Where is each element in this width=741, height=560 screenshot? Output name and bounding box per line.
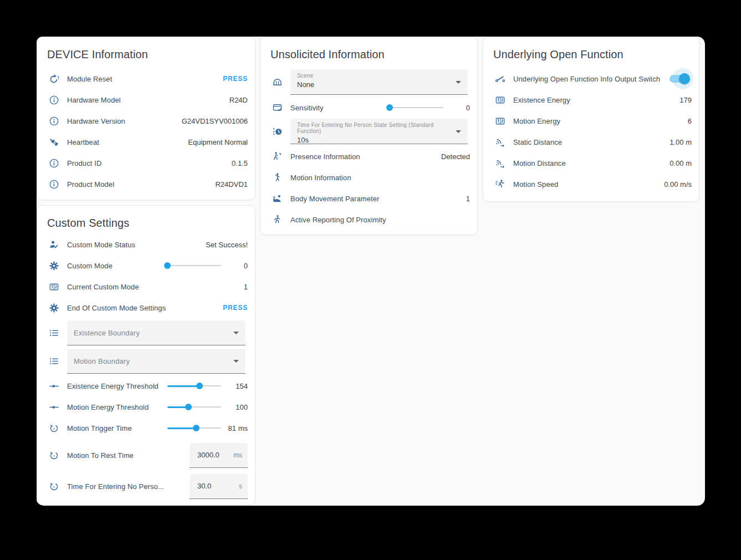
- motion-energy-threshold-row: Motion Energy Threshold 100: [37, 396, 255, 418]
- time-entering-no-person-field[interactable]: 30.0 s: [190, 474, 248, 499]
- row-label: Motion Distance: [513, 159, 670, 167]
- row-label: Product Model: [67, 180, 215, 189]
- row-label: Existence Energy: [513, 96, 679, 104]
- underlying-open-function-output-toggle[interactable]: [665, 68, 692, 90]
- person-check-icon: [47, 238, 60, 251]
- row-value: Equipment Normal: [188, 138, 248, 146]
- select-label: Existence Boundary: [74, 329, 140, 337]
- end-of-custom-mode-press-button[interactable]: PRESS: [223, 304, 248, 312]
- numeric-display-icon: [493, 94, 507, 106]
- unsolicited-information-card: Unsolicited Information Scene None Sensi…: [260, 37, 478, 235]
- row-label: Custom Mode Status: [67, 241, 206, 249]
- product-id-row: Product ID 0.1.5: [37, 152, 255, 174]
- existence-boundary-row: Existence Boundary: [37, 320, 255, 345]
- timer-icon: [47, 480, 60, 492]
- chevron-down-icon: [456, 81, 461, 84]
- presence-information-row: Presence Information Detected: [260, 146, 477, 167]
- row-value: 179: [679, 96, 692, 104]
- scene-row: Scene None: [260, 69, 477, 95]
- row-value: 100: [221, 403, 248, 411]
- dashboard-content: DEVICE Information Module Reset PRESS Ha…: [37, 37, 705, 506]
- gear-icon: [47, 302, 60, 314]
- motion-boundary-row: Motion Boundary: [37, 349, 255, 374]
- time-for-entering-select[interactable]: Time For Entering No Person State Settin…: [290, 119, 468, 144]
- row-value: Set Success!: [206, 241, 248, 249]
- restart-alert-icon: [47, 73, 60, 85]
- select-label: Time For Entering No Person State Settin…: [297, 122, 449, 134]
- row-label: Module Reset: [67, 75, 223, 83]
- motion-energy-threshold-slider[interactable]: [167, 403, 221, 411]
- row-label: Hardware Model: [67, 96, 229, 104]
- end-of-custom-mode-row: End Of Custom Mode Settings PRESS: [37, 297, 255, 318]
- module-reset-press-button[interactable]: PRESS: [223, 75, 248, 83]
- product-model-row: Product Model R24DVD1: [37, 174, 255, 195]
- select-label: Motion Boundary: [74, 357, 130, 365]
- row-value: 1: [466, 195, 470, 203]
- switch-lever-icon: [493, 73, 507, 85]
- select-value: 10s: [297, 136, 449, 144]
- current-custom-mode-row: Current Custom Mode 1: [37, 276, 255, 297]
- row-label: Hardware Version: [67, 117, 182, 125]
- numeric-display-icon: [47, 281, 60, 293]
- sensitivity-slider[interactable]: [390, 104, 443, 111]
- motion-boundary-select[interactable]: Motion Boundary: [67, 349, 246, 374]
- row-label: Motion Trigger Time: [67, 424, 167, 432]
- motion-information-row: Motion Information: [260, 167, 477, 188]
- row-label: Motion To Rest Time: [67, 451, 190, 460]
- slider-icon: [47, 380, 60, 392]
- custom-settings-card: Custom Settings Custom Mode Status Set S…: [37, 205, 255, 505]
- row-label: Motion Energy: [513, 117, 688, 125]
- list-icon: [47, 355, 60, 368]
- output-switch-row: Underlying Open Function Info Output Swi…: [483, 68, 699, 89]
- existence-boundary-select[interactable]: Existence Boundary: [67, 320, 246, 345]
- row-value: Detected: [441, 152, 470, 161]
- row-label: Motion Information: [290, 174, 470, 182]
- existence-energy-threshold-row: Existence Energy Threshold 154: [37, 375, 255, 396]
- row-label: Body Movement Parameter: [290, 195, 466, 203]
- module-reset-row: Module Reset PRESS: [37, 68, 255, 89]
- field-value: 3000.0: [197, 451, 233, 459]
- motion-trigger-time-slider[interactable]: [167, 424, 221, 432]
- select-label: Scene: [297, 73, 449, 79]
- row-label: Existence Energy Threshold: [67, 382, 167, 390]
- sensitivity-row: Sensitivity 0: [260, 97, 477, 118]
- running-speed-icon: [493, 178, 507, 190]
- heartbeat-row: Heartbeat Equipment Normal: [37, 131, 255, 152]
- info-icon: [47, 94, 60, 106]
- row-value: 0: [221, 262, 248, 270]
- board-check-icon: [270, 101, 284, 114]
- field-unit: ms: [233, 451, 242, 459]
- existence-energy-threshold-slider[interactable]: [167, 382, 221, 390]
- time-entering-no-person-row: Time For Entering No Perso... 30.0 s: [37, 472, 255, 500]
- time-for-entering-row: Time For Entering No Person State Settin…: [260, 119, 477, 144]
- numeric-display-icon: [493, 115, 507, 127]
- scene-select[interactable]: Scene None: [290, 69, 468, 95]
- motion-person-icon: [270, 171, 284, 184]
- body-movement-parameter-row: Body Movement Parameter 1: [260, 188, 477, 209]
- custom-mode-status-row: Custom Mode Status Set Success!: [37, 234, 255, 255]
- static-distance-row: Static Distance 1.00 m: [483, 131, 699, 152]
- row-label: Product ID: [67, 159, 232, 167]
- custom-mode-slider[interactable]: [167, 262, 221, 269]
- distance-wave-icon: [493, 157, 507, 169]
- row-value: 81 ms: [221, 424, 248, 432]
- motion-to-rest-time-field[interactable]: 3000.0 ms: [190, 443, 248, 468]
- row-value: 154: [221, 382, 248, 390]
- chevron-down-icon: [233, 360, 239, 363]
- row-value: 6: [688, 117, 692, 125]
- body-movement-icon: [270, 192, 284, 205]
- card-title: DEVICE Information: [37, 37, 255, 63]
- row-label: Sensitivity: [290, 104, 390, 112]
- device-information-card: DEVICE Information Module Reset PRESS Ha…: [37, 37, 255, 200]
- row-label: Underlying Open Function Info Output Swi…: [513, 75, 665, 83]
- gear-icon: [47, 259, 60, 272]
- card-title: Custom Settings: [37, 206, 255, 231]
- presence-icon: [270, 150, 284, 162]
- custom-mode-row: Custom Mode 0: [37, 255, 255, 276]
- chevron-down-icon: [456, 130, 461, 133]
- row-label: Time For Entering No Perso...: [67, 482, 190, 491]
- row-value: R24DVD1: [215, 180, 248, 189]
- card-title: Unsolicited Information: [260, 37, 477, 63]
- distance-wave-icon: [493, 136, 507, 148]
- field-unit: s: [239, 482, 242, 490]
